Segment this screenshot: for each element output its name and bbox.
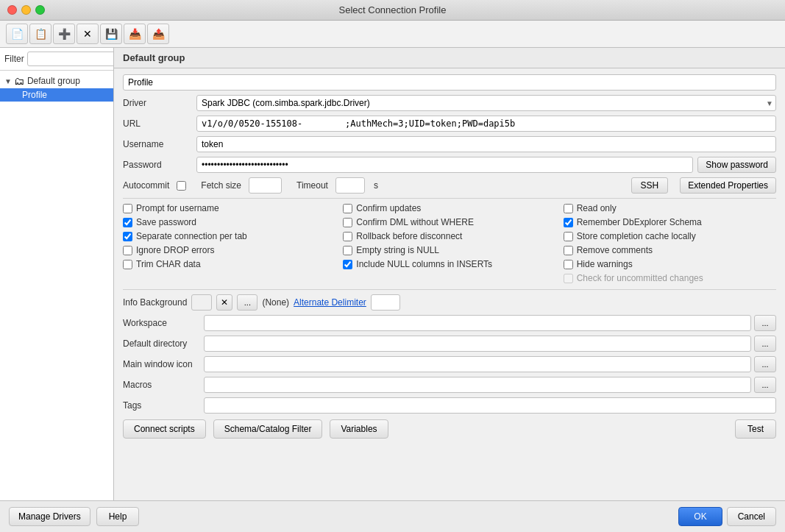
color-browse-btn[interactable]: ... bbox=[237, 294, 257, 311]
export-btn[interactable]: 📤 bbox=[147, 24, 169, 44]
workspace-input[interactable] bbox=[204, 315, 751, 331]
password-label: Password bbox=[123, 160, 196, 170]
default-dir-browse-btn[interactable]: ... bbox=[754, 336, 776, 352]
window-controls[interactable] bbox=[7, 5, 45, 15]
minimize-button[interactable] bbox=[21, 5, 31, 15]
ssh-btn[interactable]: SSH bbox=[631, 177, 669, 194]
read-only-checkbox[interactable] bbox=[564, 204, 573, 213]
uncommitted-changes-label: Check for uncommitted changes bbox=[577, 273, 703, 283]
right-header: Default group bbox=[114, 48, 785, 68]
variables-btn[interactable]: Variables bbox=[330, 419, 388, 439]
driver-select[interactable]: Spark JDBC (com.simba.spark.jdbc.Driver) bbox=[196, 95, 776, 111]
macros-label: Macros bbox=[123, 380, 204, 390]
fetch-size-input[interactable] bbox=[249, 177, 282, 194]
save-btn[interactable]: 💾 bbox=[100, 24, 122, 44]
tree-item-profile[interactable]: Profile bbox=[0, 88, 113, 102]
checkbox-item-save-password: Save password bbox=[123, 217, 335, 227]
profile-name-row bbox=[123, 74, 776, 91]
ok-btn[interactable]: OK bbox=[678, 507, 722, 526]
alternate-delimiter-input[interactable] bbox=[371, 294, 400, 311]
empty-string-checkbox[interactable] bbox=[343, 246, 352, 255]
default-dir-input[interactable] bbox=[204, 336, 751, 352]
ignore-drop-checkbox[interactable] bbox=[123, 246, 132, 255]
confirm-dml-label: Confirm DML without WHERE bbox=[356, 217, 474, 227]
prompt-username-label: Prompt for username bbox=[136, 203, 219, 213]
left-panel: Filter ⚙ ✕ ▼ 🗂 Default group Profile bbox=[0, 48, 114, 500]
username-row: Username bbox=[123, 136, 776, 152]
window-title: Select Connection Profile bbox=[339, 4, 447, 15]
macros-row: Macros ... bbox=[123, 377, 776, 393]
new-profile-btn[interactable]: 📄 bbox=[6, 24, 28, 44]
extended-properties-btn[interactable]: Extended Properties bbox=[680, 177, 776, 194]
save-password-label: Save password bbox=[136, 217, 196, 227]
tree-group-default[interactable]: ▼ 🗂 Default group bbox=[0, 74, 113, 88]
url-input[interactable] bbox=[196, 116, 776, 132]
tree-expand-arrow: ▼ bbox=[4, 77, 12, 85]
delete-btn[interactable]: ✕ bbox=[77, 24, 99, 44]
tags-row: Tags bbox=[123, 397, 776, 414]
profile-name-input[interactable] bbox=[123, 74, 776, 91]
manage-drivers-btn[interactable]: Manage Drivers bbox=[9, 507, 90, 526]
separate-connection-checkbox[interactable] bbox=[123, 232, 132, 241]
workspace-browse-btn[interactable]: ... bbox=[754, 315, 776, 331]
hide-warnings-checkbox[interactable] bbox=[564, 260, 573, 269]
main-window-icon-input[interactable] bbox=[204, 356, 751, 372]
driver-label: Driver bbox=[123, 98, 196, 108]
checkbox-item-spacer2 bbox=[343, 273, 555, 283]
include-null-label: Include NULL columns in INSERTs bbox=[356, 259, 492, 269]
save-password-checkbox[interactable] bbox=[123, 218, 132, 227]
timeout-input[interactable] bbox=[335, 177, 365, 194]
close-button[interactable] bbox=[7, 5, 17, 15]
color-clear-btn[interactable]: ✕ bbox=[216, 294, 232, 311]
alternate-delimiter-link[interactable]: Alternate Delimiter bbox=[294, 297, 366, 308]
remove-comments-checkbox[interactable] bbox=[564, 246, 573, 255]
prompt-username-checkbox[interactable] bbox=[123, 204, 132, 213]
url-label: URL bbox=[123, 118, 196, 129]
username-input[interactable] bbox=[196, 136, 776, 152]
color-swatch[interactable] bbox=[191, 294, 212, 311]
add-group-btn[interactable]: ➕ bbox=[53, 24, 75, 44]
include-null-checkbox[interactable] bbox=[343, 260, 352, 269]
tree-item-profile-label: Profile bbox=[22, 90, 47, 100]
uncommitted-changes-checkbox[interactable] bbox=[564, 274, 573, 283]
checkbox-item-uncommitted: Check for uncommitted changes bbox=[564, 273, 776, 283]
copy-profile-btn[interactable]: 📋 bbox=[29, 24, 51, 44]
form-area: Driver Spark JDBC (com.simba.spark.jdbc.… bbox=[114, 68, 785, 500]
main-content: Filter ⚙ ✕ ▼ 🗂 Default group Profile Def… bbox=[0, 48, 785, 500]
confirm-dml-checkbox[interactable] bbox=[343, 218, 352, 227]
trim-char-checkbox[interactable] bbox=[123, 260, 132, 269]
url-row: URL bbox=[123, 116, 776, 132]
checkbox-item-store-cache: Store completion cache locally bbox=[564, 231, 776, 241]
confirm-updates-checkbox[interactable] bbox=[343, 204, 352, 213]
filter-input[interactable] bbox=[27, 52, 114, 66]
empty-string-label: Empty string is NULL bbox=[356, 245, 439, 255]
none-label: (None) bbox=[262, 297, 289, 308]
section-divider-1 bbox=[123, 198, 776, 199]
import-btn[interactable]: 📥 bbox=[124, 24, 146, 44]
read-only-label: Read only bbox=[577, 203, 617, 213]
checkbox-item-empty-string: Empty string is NULL bbox=[343, 245, 555, 255]
folder-icon: 🗂 bbox=[14, 75, 24, 87]
autocommit-label: Autocommit bbox=[123, 180, 169, 191]
autocommit-checkbox[interactable] bbox=[177, 181, 186, 191]
maximize-button[interactable] bbox=[35, 5, 45, 15]
rollback-checkbox[interactable] bbox=[343, 232, 352, 241]
schema-catalog-filter-btn[interactable]: Schema/Catalog Filter bbox=[213, 419, 323, 439]
remember-schema-checkbox[interactable] bbox=[564, 218, 573, 227]
store-cache-checkbox[interactable] bbox=[564, 232, 573, 241]
tags-input[interactable] bbox=[204, 397, 776, 414]
confirm-updates-label: Confirm updates bbox=[356, 203, 421, 213]
connect-scripts-btn[interactable]: Connect scripts bbox=[123, 419, 206, 439]
cancel-btn[interactable]: Cancel bbox=[727, 507, 776, 526]
right-panel: Default group Driver Spark JDBC (com.sim… bbox=[114, 48, 785, 500]
show-password-btn[interactable]: Show password bbox=[697, 157, 776, 173]
ignore-drop-label: Ignore DROP errors bbox=[136, 245, 214, 255]
bottom-right-buttons: OK Cancel bbox=[678, 507, 776, 526]
main-window-icon-browse-btn[interactable]: ... bbox=[754, 356, 776, 372]
section-divider-2 bbox=[123, 289, 776, 290]
help-btn[interactable]: Help bbox=[96, 507, 140, 526]
password-input[interactable] bbox=[196, 157, 693, 173]
test-btn[interactable]: Test bbox=[735, 419, 776, 439]
macros-browse-btn[interactable]: ... bbox=[754, 377, 776, 393]
macros-input[interactable] bbox=[204, 377, 751, 393]
